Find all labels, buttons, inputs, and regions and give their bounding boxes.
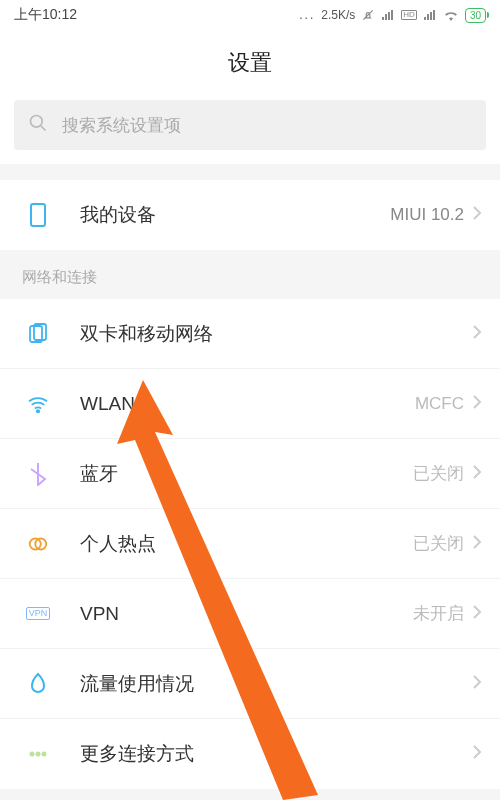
chevron-right-icon [472, 464, 482, 484]
section-header-network: 网络和连接 [0, 250, 500, 299]
vpn-icon: VPN [24, 607, 52, 620]
chevron-right-icon [472, 394, 482, 414]
row-value: MIUI 10.2 [390, 205, 464, 225]
row-more-connections[interactable]: 更多连接方式 [0, 719, 500, 789]
chevron-right-icon [472, 205, 482, 225]
device-icon [24, 202, 52, 228]
row-my-device[interactable]: 我的设备 MIUI 10.2 [0, 180, 500, 250]
chevron-right-icon [472, 744, 482, 764]
wifi-icon [24, 395, 52, 413]
row-data-usage[interactable]: 流量使用情况 [0, 649, 500, 719]
row-value: 已关闭 [413, 532, 464, 555]
svg-point-9 [30, 752, 35, 757]
row-value: 未开启 [413, 602, 464, 625]
divider [0, 164, 500, 180]
chevron-right-icon [472, 534, 482, 554]
search-placeholder: 搜索系统设置项 [62, 114, 181, 137]
hotspot-icon [24, 533, 52, 555]
svg-point-6 [37, 410, 39, 412]
status-time: 上午10:12 [14, 6, 77, 24]
chevron-right-icon [472, 674, 482, 694]
row-bluetooth[interactable]: 蓝牙 已关闭 [0, 439, 500, 509]
row-wlan[interactable]: WLAN MCFC [0, 369, 500, 439]
row-label: WLAN [80, 393, 415, 415]
row-vpn[interactable]: VPN VPN 未开启 [0, 579, 500, 649]
svg-point-1 [31, 115, 43, 127]
row-label: 蓝牙 [80, 461, 413, 487]
row-label: 更多连接方式 [80, 741, 464, 767]
search-icon [28, 113, 48, 138]
row-value: MCFC [415, 394, 464, 414]
signal-icon-2 [423, 9, 437, 21]
data-usage-icon [24, 672, 52, 696]
row-label: VPN [80, 603, 413, 625]
row-label: 双卡和移动网络 [80, 321, 464, 347]
signal-icon [381, 9, 395, 21]
svg-point-10 [36, 752, 41, 757]
row-value: 已关闭 [413, 462, 464, 485]
svg-line-2 [41, 125, 46, 130]
status-net-speed: 2.5K/s [321, 8, 355, 22]
status-more-dots: ... [299, 8, 315, 22]
battery-icon: 30 [465, 8, 486, 23]
search-bar[interactable]: 搜索系统设置项 [0, 100, 500, 164]
hd-icon: HD [401, 10, 417, 20]
status-bar: 上午10:12 ... 2.5K/s HD 30 [0, 0, 500, 30]
row-label: 流量使用情况 [80, 671, 464, 697]
chevron-right-icon [472, 604, 482, 624]
row-dual-sim[interactable]: 双卡和移动网络 [0, 299, 500, 369]
svg-rect-3 [31, 204, 45, 226]
sim-icon [24, 323, 52, 345]
more-connections-icon [24, 744, 52, 764]
svg-point-11 [42, 752, 47, 757]
bluetooth-icon [24, 462, 52, 486]
wifi-icon [443, 9, 459, 21]
page-title: 设置 [0, 30, 500, 100]
row-label: 个人热点 [80, 531, 413, 557]
row-label: 我的设备 [80, 202, 390, 228]
dnd-icon [361, 8, 375, 22]
row-hotspot[interactable]: 个人热点 已关闭 [0, 509, 500, 579]
section-header-personal: 个人 [0, 789, 500, 800]
chevron-right-icon [472, 324, 482, 344]
